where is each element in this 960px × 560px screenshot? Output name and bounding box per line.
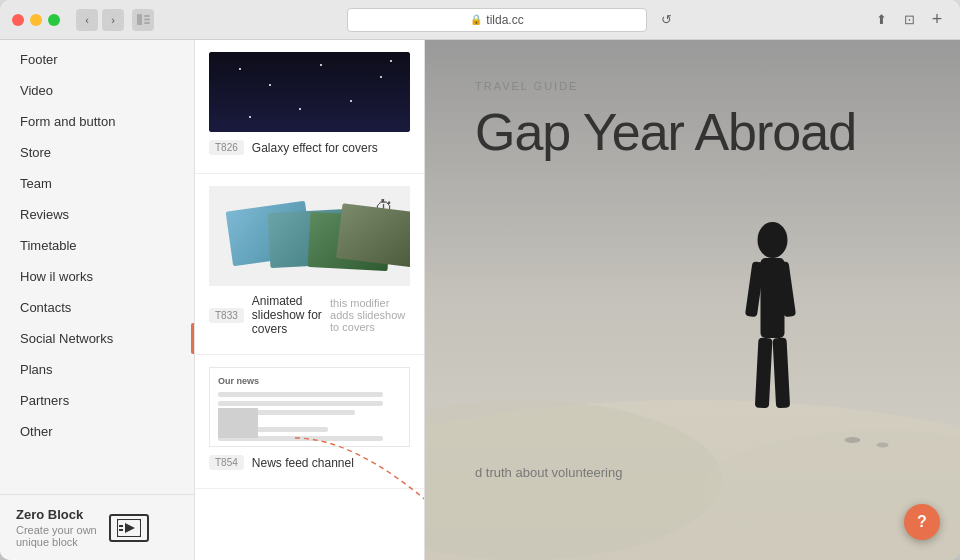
svg-rect-3 [144, 22, 150, 24]
forward-button[interactable]: › [102, 9, 124, 31]
zero-block-icon[interactable] [109, 514, 149, 542]
block-badge-3: T854 [209, 455, 244, 470]
sidebar-item-contacts[interactable]: Contacts [0, 292, 194, 323]
block-card-galaxy[interactable]: T826 Galaxy effect for covers [195, 40, 424, 174]
preview-content: TRAVEL GUIDE Gap Year Abroad d truth abo… [425, 40, 960, 560]
titlebar-right: ⬆ ⊡ + [870, 9, 948, 31]
block-badge-2: T833 [209, 308, 244, 323]
traffic-lights [12, 14, 60, 26]
address-bar[interactable]: 🔒 tilda.cc [347, 8, 647, 32]
news-label: Our news [218, 376, 401, 386]
maximize-button[interactable] [48, 14, 60, 26]
zero-block-subtitle: Create your ownunique block [16, 524, 97, 548]
block-preview-galaxy [209, 52, 410, 132]
block-title: Galaxy effect for covers [252, 141, 378, 155]
sidebar-item-how-it-works[interactable]: How il works [0, 261, 194, 292]
sidebar-item-store[interactable]: Store [0, 137, 194, 168]
main-content: Footer Video Form and button Store Team … [0, 40, 960, 560]
sidebar-item-timetable[interactable]: Timetable [0, 230, 194, 261]
help-button[interactable]: ? [904, 504, 940, 540]
sidebar-item-other[interactable]: Other [0, 416, 194, 447]
sidebar-item-reviews[interactable]: Reviews [0, 199, 194, 230]
titlebar: ‹ › 🔒 tilda.cc ↺ ⬆ ⊡ + [0, 0, 960, 40]
zero-block-text: Zero Block Create your ownunique block [16, 507, 97, 548]
block-badge-row-2: T833 Animated slideshow for covers this … [209, 294, 410, 336]
block-card-slideshow[interactable]: ⏱ T833 Animated slideshow for covers thi… [195, 174, 424, 355]
block-badge-row: T826 Galaxy effect for covers [209, 140, 410, 155]
sidebar-footer: Zero Block Create your ownunique block [0, 494, 194, 560]
block-preview-news: Our news [209, 367, 410, 447]
middle-panel: T826 Galaxy effect for covers ⏱ T833 [195, 40, 425, 560]
sidebar-item-partners[interactable]: Partners [0, 385, 194, 416]
star-dot [380, 76, 382, 78]
news-line [218, 401, 383, 406]
sidebar-item-video[interactable]: Video [0, 75, 194, 106]
sidebar-item-footer[interactable]: Footer [0, 44, 194, 75]
block-badge-row-3: T854 News feed channel [209, 455, 410, 470]
nav-buttons: ‹ › [76, 9, 124, 31]
sidebar-nav: Footer Video Form and button Store Team … [0, 40, 194, 494]
star-dot [320, 64, 322, 66]
sidebar-item-plans[interactable]: Plans [0, 354, 194, 385]
sidebar-toggle-button[interactable] [132, 9, 154, 31]
stars-background [209, 52, 410, 132]
close-button[interactable] [12, 14, 24, 26]
browser-window: ‹ › 🔒 tilda.cc ↺ ⬆ ⊡ + [0, 0, 960, 560]
preview-subtitle: d truth about volunteering [475, 465, 622, 480]
svg-rect-1 [144, 15, 150, 17]
preview-headline: Gap Year Abroad [475, 104, 910, 161]
sidebar-item-team[interactable]: Team [0, 168, 194, 199]
zero-block-title: Zero Block [16, 507, 97, 522]
preview-panel: TRAVEL GUIDE Gap Year Abroad d truth abo… [425, 40, 960, 560]
reload-button[interactable]: ↺ [655, 9, 677, 31]
news-line [218, 392, 383, 397]
svg-rect-0 [137, 14, 142, 25]
new-tab-button[interactable]: + [926, 9, 948, 31]
back-button[interactable]: ‹ [76, 9, 98, 31]
sidebar: Footer Video Form and button Store Team … [0, 40, 195, 560]
block-desc-2: this modifier adds slideshow to covers [330, 297, 410, 333]
titlebar-center: 🔒 tilda.cc ↺ [162, 8, 862, 32]
photo-card-4 [336, 203, 410, 267]
preview-tag: TRAVEL GUIDE [475, 80, 910, 92]
block-title-3: News feed channel [252, 456, 354, 470]
sidebar-item-social-networks[interactable]: Social Networks [0, 323, 194, 354]
block-card-news[interactable]: Our news T854 News feed channel [195, 355, 424, 489]
block-preview-slideshow: ⏱ [209, 186, 410, 286]
bookmark-button[interactable]: ⊡ [898, 9, 920, 31]
svg-marker-5 [125, 523, 135, 533]
star-dot [390, 60, 392, 62]
lock-icon: 🔒 [470, 14, 482, 25]
minimize-button[interactable] [30, 14, 42, 26]
sidebar-item-form-and-button[interactable]: Form and button [0, 106, 194, 137]
star-dot [350, 100, 352, 102]
block-title-2: Animated slideshow for covers [252, 294, 322, 336]
share-button[interactable]: ⬆ [870, 9, 892, 31]
block-badge: T826 [209, 140, 244, 155]
news-image-placeholder [218, 408, 258, 438]
svg-rect-2 [144, 19, 150, 21]
url-text: tilda.cc [486, 13, 523, 27]
